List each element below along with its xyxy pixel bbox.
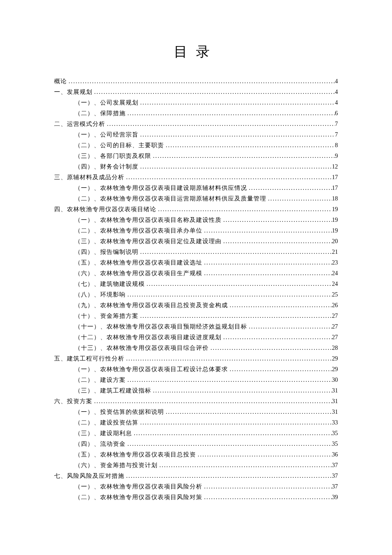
toc-entry: （六）、农林牧渔专用仪器仪表项目生产规模24 <box>54 270 338 276</box>
toc-entry-label: （八）、环境影响 <box>75 292 126 298</box>
toc-entry-label: （二）、建设投资估算 <box>75 420 138 426</box>
toc-entry-page: 29 <box>332 366 338 372</box>
toc-entry: 二、运营模式分析7 <box>54 121 338 127</box>
toc-entry-page: 9 <box>335 153 338 159</box>
toc-entry-label: 四、农林牧渔专用仪器仪表项目绪论 <box>54 206 156 212</box>
toc-entry-page: 24 <box>332 281 338 287</box>
toc-leader-dots <box>126 110 335 116</box>
toc-entry-page: 17 <box>332 174 338 180</box>
toc-entry: （十三）、农林牧渔专用仪器仪表项目综合评价28 <box>54 345 338 351</box>
toc-entry-page: 4 <box>335 100 338 106</box>
toc-entry-label: （四）、流动资金 <box>75 441 126 447</box>
toc-entry-label: 概论 <box>54 78 67 84</box>
toc-entry-page: 28 <box>332 345 338 351</box>
toc-leader-dots <box>138 313 332 319</box>
toc-entry: （一）、农林牧渔专用仪器仪表项目名称及建设性质19 <box>54 217 338 223</box>
toc-entry-label: （七）、建筑物建设规模 <box>75 281 145 287</box>
toc-leader-dots <box>228 302 332 308</box>
toc-entry: 七、风险风险及应对措施37 <box>54 473 338 479</box>
toc-entry-label: （二）、农林牧渔专用仪器仪表项目风险对策 <box>75 494 202 500</box>
toc-entry-label: （十二）、农林牧渔专用仪器仪表项目建设进度规划 <box>75 334 222 340</box>
toc-leader-dots <box>138 100 335 106</box>
toc-entry-page: 24 <box>332 270 338 276</box>
toc-entry-label: 五、建筑工程可行性分析 <box>54 356 124 362</box>
toc-entry-page: 19 <box>332 217 338 223</box>
toc-entry: （一）、公司经营宗旨7 <box>54 132 338 138</box>
toc-entry-label: （一）、农林牧渔专用仪器仪表项目名称及建设性质 <box>75 217 222 223</box>
toc-entry-label: 六、投资方案 <box>54 398 92 404</box>
toc-entry: （七）、建筑物建设规模24 <box>54 281 338 287</box>
toc-leader-dots <box>138 249 332 255</box>
toc-entry: 一、发展规划4 <box>54 89 338 95</box>
toc-entry: （三）、农林牧渔专用仪器仪表项目定位及建设理由20 <box>54 238 338 244</box>
toc-entry-page: 31 <box>332 409 338 415</box>
toc-entry: 五、建筑工程可行性分析29 <box>54 356 338 362</box>
toc-leader-dots <box>228 366 332 372</box>
toc-entry: （二）、农林牧渔专用仪器仪表项目运营期原辅材料供应及质量管理18 <box>54 196 338 202</box>
toc-leader-dots <box>156 206 332 212</box>
toc-leader-dots <box>67 78 335 84</box>
toc-leader-dots <box>158 462 332 468</box>
toc-entry-label: （一）、公司经营宗旨 <box>75 132 138 138</box>
toc-entry-page: 27 <box>332 313 338 319</box>
toc-entry: （三）、建设期利息35 <box>54 430 338 436</box>
toc-leader-dots <box>247 185 332 191</box>
page-title: 目录 <box>54 43 338 61</box>
toc-entry-label: 二、运营模式分析 <box>54 121 105 127</box>
toc-entry: （二）、农林牧渔专用仪器仪表项目风险对策39 <box>54 494 338 500</box>
toc-entry-page: 30 <box>332 377 338 383</box>
toc-leader-dots <box>222 334 332 340</box>
toc-entry-page: 35 <box>332 441 338 447</box>
toc-entry-label: （三）、建筑工程建设指标 <box>75 388 151 394</box>
toc-leader-dots <box>145 281 332 287</box>
toc-leader-dots <box>266 196 332 202</box>
toc-entry-page: 6 <box>335 110 338 116</box>
toc-entry-label: （六）、资金筹措与投资计划 <box>75 462 158 468</box>
toc-entry-label: 三、原辅材料及成品分析 <box>54 174 124 180</box>
toc-entry-page: 17 <box>332 185 338 191</box>
toc-entry: （五）、农林牧渔专用仪器仪表项目建设选址23 <box>54 260 338 266</box>
toc-leader-dots <box>222 217 332 223</box>
toc-leader-dots <box>132 430 332 436</box>
toc-entry-label: （一）、农林牧渔专用仪器仪表项目风险分析 <box>75 484 202 490</box>
toc-entry-page: 37 <box>332 484 338 490</box>
toc-entry-page: 33 <box>332 420 338 426</box>
toc-entry-page: 18 <box>332 196 338 202</box>
toc-entry-label: （二）、保障措施 <box>75 110 126 116</box>
toc-entry-label: （二）、建设方案 <box>75 377 126 383</box>
toc-entry-page: 36 <box>332 452 338 458</box>
toc-entry: （一）、农林牧渔专用仪器仪表项目建设期原辅材料供应情况17 <box>54 185 338 191</box>
toc-entry: （四）、报告编制说明21 <box>54 249 338 255</box>
toc-leader-dots <box>164 409 332 415</box>
toc-entry-page: 7 <box>335 132 338 138</box>
toc-entry: （一）、农林牧渔专用仪器仪表项目风险分析37 <box>54 484 338 490</box>
toc-entry: （二）、农林牧渔专用仪器仪表项目承办单位19 <box>54 228 338 234</box>
toc-entry: 三、原辅材料及成品分析17 <box>54 174 338 180</box>
toc-entry-label: （九）、农林牧渔专用仪器仪表项目总投资及资金构成 <box>75 302 228 308</box>
toc-leader-dots <box>202 484 332 490</box>
toc-entry-page: 20 <box>332 238 338 244</box>
toc-leader-dots <box>124 174 332 180</box>
toc-entry-page: 7 <box>335 121 338 127</box>
toc-entry-page: 31 <box>332 388 338 394</box>
toc-leader-dots <box>202 260 332 266</box>
toc-entry: （一）、投资估算的依据和说明31 <box>54 409 338 415</box>
toc-leader-dots <box>138 420 332 426</box>
toc-leader-dots <box>124 473 332 479</box>
toc-entry-label: （二）、农林牧渔专用仪器仪表项目运营期原辅材料供应及质量管理 <box>75 196 266 202</box>
toc-leader-dots <box>138 164 332 170</box>
toc-entry: （六）、资金筹措与投资计划37 <box>54 462 338 468</box>
toc-entry-label: （四）、报告编制说明 <box>75 249 138 255</box>
toc-leader-dots <box>202 228 332 234</box>
toc-entry: 概论4 <box>54 78 338 84</box>
toc-entry: （四）、财务会计制度12 <box>54 164 338 170</box>
toc-leader-dots <box>124 356 332 362</box>
toc-entry: （十一）、农林牧渔专用仪器仪表项目预期经济效益规划目标27 <box>54 324 338 330</box>
toc-entry-label: （六）、农林牧渔专用仪器仪表项目生产规模 <box>75 270 202 276</box>
toc-entry-label: （三）、建设期利息 <box>75 430 132 436</box>
toc-leader-dots <box>126 292 332 298</box>
toc-leader-dots <box>209 345 332 351</box>
toc-entry: 四、农林牧渔专用仪器仪表项目绪论19 <box>54 206 338 212</box>
toc-entry: （二）、公司的目标、主要职责8 <box>54 142 338 148</box>
toc-entry-page: 21 <box>332 249 338 255</box>
